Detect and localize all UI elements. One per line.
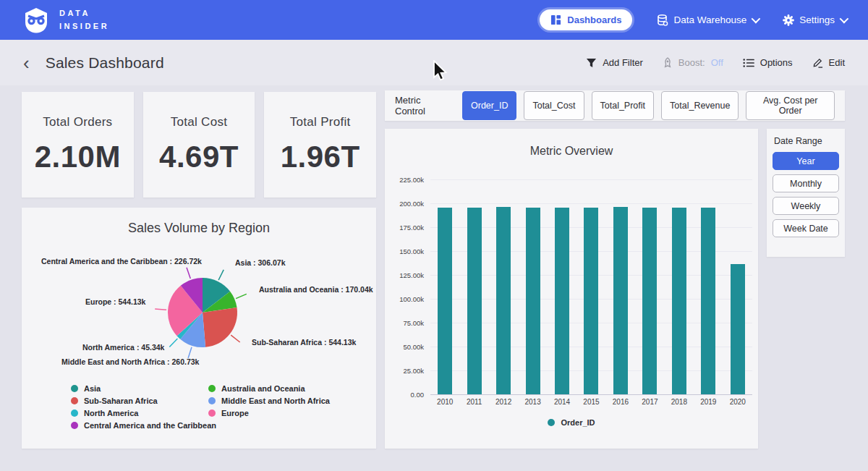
y-tick-label: 225.00k (399, 176, 424, 184)
y-tick-label: 175.00k (399, 224, 424, 232)
pie-leader-line (155, 309, 166, 310)
metric-control-label: Metric Control (395, 95, 452, 116)
x-tick-label: 2018 (665, 398, 694, 406)
legend-item-asia[interactable]: Asia (71, 384, 216, 393)
legend-item-sub-saharan-africa[interactable]: Sub-Saharan Africa (71, 396, 216, 405)
metric-button-avg-cost-per-order[interactable]: Avg. Cost per Order (746, 91, 835, 120)
settings-menu[interactable]: Settings (783, 14, 846, 26)
nav-menu: Dashboards Data Warehouse (540, 9, 846, 30)
y-tick-label: 200.00k (399, 200, 424, 208)
pie-label-europe: Europe : 544.13k (85, 297, 145, 306)
legend-item-australia-and-oceania[interactable]: Australia and Oceania (208, 384, 330, 393)
settings-label: Settings (799, 14, 835, 25)
x-axis-labels: 2010201120122013201420152016201720182019… (430, 398, 752, 406)
kpi-value: 2.10M (35, 140, 121, 174)
pie-legend-column: Australia and OceaniaMiddle East and Nor… (208, 384, 330, 421)
legend-label: Asia (84, 384, 101, 393)
legend-item-europe[interactable]: Europe (208, 409, 330, 417)
legend-item-north-america[interactable]: North America (71, 409, 216, 417)
y-tick-label: 75.00k (403, 319, 424, 327)
legend-label: Central America and the Caribbean (84, 421, 216, 430)
page-title: Sales Dashboard (46, 54, 164, 72)
legend-label: Middle East and North Africa (221, 396, 330, 405)
legend-dot (208, 410, 216, 417)
metric-overview-chart: Metric Overview 0.0025.00k50.00k75.00k10… (385, 129, 758, 449)
y-tick-label: 150.00k (399, 247, 424, 255)
plot-area (430, 179, 752, 394)
edit-label: Edit (829, 57, 845, 68)
pie-leader-line (231, 335, 240, 342)
data-warehouse-menu[interactable]: Data Warehouse (657, 14, 758, 26)
dashboard-grid-icon (550, 14, 561, 25)
dashboards-label: Dashboards (567, 14, 621, 25)
pencil-icon (812, 57, 823, 68)
x-tick-label: 2017 (635, 398, 664, 406)
options-button[interactable]: Options (743, 57, 793, 68)
legend-label: North America (84, 409, 138, 417)
back-button[interactable]: ‹ (23, 54, 30, 72)
bar-slot (723, 264, 752, 394)
pie-slice-sub-saharan-africa[interactable] (203, 307, 237, 347)
date-button-year[interactable]: Year (773, 152, 839, 170)
bars (430, 179, 752, 394)
kpi-total-profit: Total Profit 1.96T (264, 92, 376, 198)
legend-dot (548, 419, 555, 426)
legend-item-middle-east-and-north-africa[interactable]: Middle East and North Africa (208, 396, 330, 405)
bar-2020[interactable] (731, 264, 745, 394)
legend-dot (208, 397, 216, 404)
app-window: DATA INSIDER Dashboards D (0, 0, 868, 471)
metric-button-total-profit[interactable]: Total_Profit (592, 91, 655, 120)
bar-chart-legend[interactable]: Order_ID (385, 418, 758, 427)
bar-2012[interactable] (496, 207, 511, 394)
y-axis-labels: 0.0025.00k50.00k75.00k100.00k125.00k150.… (385, 179, 424, 394)
dashboards-button[interactable]: Dashboards (540, 9, 632, 30)
database-icon (657, 14, 668, 26)
x-tick-label: 2019 (694, 398, 723, 406)
brand-line2: INSIDER (59, 20, 109, 33)
boost-value: Off (711, 57, 723, 68)
x-tick-label: 2016 (606, 398, 635, 406)
x-tick-label: 2014 (548, 398, 576, 406)
list-icon (743, 58, 754, 68)
bar-2013[interactable] (526, 208, 540, 394)
pie-legend-column: AsiaSub-Saharan AfricaNorth AmericaCentr… (71, 384, 216, 433)
kpi-value: 4.69T (159, 140, 239, 174)
bar-2014[interactable] (555, 208, 569, 394)
bar-slot (518, 208, 547, 394)
legend-label: Sub-Saharan Africa (84, 396, 158, 405)
metric-button-total-revenue[interactable]: Total_Revenue (661, 91, 739, 120)
date-range-label: Date Range (774, 136, 839, 146)
boost-label: Boost: (678, 57, 705, 68)
bar-2010[interactable] (438, 208, 452, 394)
bar-2016[interactable] (613, 207, 628, 394)
kpi-total-cost: Total Cost 4.69T (143, 92, 255, 198)
add-filter-button[interactable]: Add Filter (586, 57, 643, 68)
bar-2011[interactable] (467, 208, 482, 394)
boost-toggle[interactable]: Boost: Off (663, 57, 723, 68)
bar-2019[interactable] (701, 208, 715, 394)
bar-slot (459, 208, 488, 394)
metric-buttons: Order_IDTotal_CostTotal_ProfitTotal_Reve… (462, 91, 835, 120)
kpi-label: Total Cost (171, 115, 228, 130)
pie-leader-line (188, 347, 192, 358)
metric-button-order-id[interactable]: Order_ID (462, 91, 516, 120)
date-button-monthly[interactable]: Monthly (773, 174, 839, 192)
bar-slot (606, 207, 635, 394)
date-button-week-date[interactable]: Week Date (773, 219, 839, 237)
gridline (430, 394, 752, 395)
chevron-down-icon (840, 14, 849, 24)
legend-label: Europe (221, 409, 249, 417)
bar-2015[interactable] (584, 208, 598, 394)
edit-button[interactable]: Edit (812, 57, 845, 68)
rocket-icon (663, 57, 673, 68)
legend-dot (71, 422, 78, 429)
y-tick-label: 25.00k (403, 367, 424, 375)
bar-2018[interactable] (672, 208, 686, 394)
y-tick-label: 0.00 (411, 391, 425, 399)
legend-item-central-america-and-the-caribbean[interactable]: Central America and the Caribbean (71, 421, 216, 430)
metric-button-total-cost[interactable]: Total_Cost (524, 91, 584, 120)
x-tick-label: 2015 (576, 398, 605, 406)
date-button-weekly[interactable]: Weekly (773, 197, 839, 215)
funnel-icon (586, 58, 597, 68)
bar-2017[interactable] (642, 208, 657, 394)
